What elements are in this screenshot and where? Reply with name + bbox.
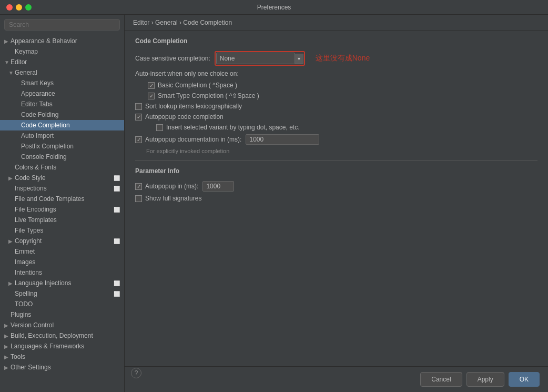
sidebar-item-label: Emmet xyxy=(15,248,120,255)
sidebar-item-smart-keys[interactable]: Smart Keys xyxy=(0,78,124,88)
sidebar-item-label: Other Settings xyxy=(11,364,120,371)
section-title: Code Completion xyxy=(135,37,537,45)
arrow-icon: ▶ xyxy=(4,365,11,370)
sidebar-item-live-templates[interactable]: Live Templates xyxy=(0,215,124,225)
copy-icon: ⬜ xyxy=(114,207,120,213)
insert-variant-checkbox[interactable] xyxy=(156,124,163,131)
sidebar-item-code-completion[interactable]: Code Completion xyxy=(0,120,124,130)
sidebar-item-label: Language Injections xyxy=(15,279,111,287)
sidebar-item-intentions[interactable]: Intentions xyxy=(0,267,124,278)
sidebar-item-label: Smart Keys xyxy=(21,79,120,87)
basic-completion-checkbox[interactable] xyxy=(148,82,155,89)
smart-completion-checkbox[interactable] xyxy=(148,93,155,99)
sidebar-item-images[interactable]: Images xyxy=(0,257,124,267)
sidebar-item-appearance[interactable]: Appearance xyxy=(0,88,124,99)
insert-variant-label: Insert selected variant by typing dot, s… xyxy=(166,124,299,131)
dropdown-arrow-icon: ▾ xyxy=(295,54,303,64)
hint-text: For explicitly invoked completion xyxy=(146,148,537,154)
cancel-button[interactable]: Cancel xyxy=(420,372,462,387)
search-input[interactable] xyxy=(4,19,120,31)
sidebar-item-label: Editor xyxy=(11,58,120,66)
maximize-button[interactable] xyxy=(25,4,32,11)
parameter-info-title: Parameter Info xyxy=(135,167,537,175)
sidebar-item-file-code-templates[interactable]: File and Code Templates xyxy=(0,194,124,204)
show-full-signatures-label: Show full signatures xyxy=(145,195,201,202)
titlebar: Preferences xyxy=(0,0,548,15)
sidebar-item-appearance-behavior[interactable]: ▶ Appearance & Behavior xyxy=(0,36,124,46)
sidebar-item-code-folding[interactable]: Code Folding xyxy=(0,109,124,120)
sidebar-item-file-types[interactable]: File Types xyxy=(0,225,124,236)
arrow-icon: ▶ xyxy=(8,238,15,244)
smart-completion-label: Smart Type Completion ( ^⇧Space ) xyxy=(158,92,259,99)
case-sensitive-row: Case sensitive completion: None All Firs… xyxy=(135,51,537,66)
sort-lookup-label: Sort lookup items lexicographically xyxy=(145,103,242,110)
sidebar-item-languages-frameworks[interactable]: ▶ Languages & Frameworks xyxy=(0,341,124,351)
sidebar-item-label: Plugins xyxy=(11,311,120,318)
sidebar-item-version-control[interactable]: ▶ Version Control xyxy=(0,320,124,330)
arrow-icon: ▶ xyxy=(8,280,15,286)
basic-completion-label: Basic Completion ( ^Space ) xyxy=(158,82,237,89)
autopopup-ms-label: Autopopup in (ms): xyxy=(145,183,198,190)
arrow-icon: ▶ xyxy=(4,344,11,349)
close-button[interactable] xyxy=(6,4,13,11)
sidebar-item-todo[interactable]: TODO xyxy=(0,299,124,309)
sidebar-item-keymap[interactable]: Keymap xyxy=(0,46,124,57)
autopopup-ms-checkbox[interactable] xyxy=(135,183,142,190)
sidebar-item-spelling[interactable]: Spelling ⬜ xyxy=(0,288,124,299)
dropdown-wrapper: None All First letter ▾ xyxy=(215,51,305,66)
sidebar-item-postfix-completion[interactable]: Postfix Completion xyxy=(0,141,124,152)
case-sensitive-dropdown[interactable]: None All First letter xyxy=(216,53,295,64)
sidebar-item-label: General xyxy=(15,69,120,76)
sidebar-item-plugins[interactable]: Plugins xyxy=(0,309,124,320)
sidebar-item-other-settings[interactable]: ▶ Other Settings xyxy=(0,362,124,373)
sidebar-item-language-injections[interactable]: ▶ Language Injections ⬜ xyxy=(0,278,124,288)
autopopup-doc-input[interactable] xyxy=(246,134,319,145)
sidebar-item-file-encodings[interactable]: File Encodings ⬜ xyxy=(0,204,124,215)
sidebar-item-label: Version Control xyxy=(11,321,120,329)
arrow-icon: ▶ xyxy=(4,38,11,44)
autopopup-doc-checkbox[interactable] xyxy=(135,136,142,143)
sidebar-item-label: Copyright xyxy=(15,237,111,245)
autopopup-ms-input[interactable] xyxy=(202,181,234,192)
autopopup-doc-label: Autopopup documentation in (ms): xyxy=(145,136,241,143)
sidebar-item-editor-tabs[interactable]: Editor Tabs xyxy=(0,99,124,109)
copy-icon: ⬜ xyxy=(114,280,120,286)
sidebar-item-console-folding[interactable]: Console Folding xyxy=(0,152,124,162)
sidebar-item-label: Intentions xyxy=(15,269,120,276)
ok-button[interactable]: OK xyxy=(509,372,540,387)
arrow-icon: ▶ xyxy=(4,354,11,360)
sidebar-item-general[interactable]: ▼ General xyxy=(0,67,124,78)
apply-button[interactable]: Apply xyxy=(466,372,504,387)
sidebar-item-auto-import[interactable]: Auto Import xyxy=(0,130,124,141)
sidebar-item-build-execution[interactable]: ▶ Build, Execution, Deployment xyxy=(0,330,124,341)
sidebar-item-label: Tools xyxy=(11,353,120,360)
footer-left: ? xyxy=(125,374,412,385)
autopopup-completion-label: Autopopup code completion xyxy=(145,113,224,120)
sidebar-item-editor[interactable]: ▼ Editor xyxy=(0,57,124,67)
sidebar-item-label: Auto Import xyxy=(21,132,120,139)
autopopup-completion-row: Autopopup code completion xyxy=(135,113,537,120)
sidebar-item-label: Spelling xyxy=(15,290,111,297)
sidebar-item-code-style[interactable]: ▶ Code Style ⬜ xyxy=(0,173,124,183)
sidebar-item-tools[interactable]: ▶ Tools xyxy=(0,351,124,362)
minimize-button[interactable] xyxy=(16,4,22,11)
sort-lookup-checkbox[interactable] xyxy=(135,103,142,110)
sidebar-item-label: Code Completion xyxy=(21,122,120,129)
arrow-icon: ▶ xyxy=(8,175,15,181)
sidebar: ▶ Appearance & Behavior Keymap ▼ Editor … xyxy=(0,15,125,392)
help-button[interactable]: ? xyxy=(131,368,141,378)
auto-insert-label: Auto-insert when only one choice on: xyxy=(135,70,537,77)
sidebar-item-label: Build, Execution, Deployment xyxy=(11,332,120,339)
footer-container: ? Cancel Apply OK xyxy=(125,366,548,392)
sidebar-item-inspections[interactable]: Inspections ⬜ xyxy=(0,183,124,194)
sidebar-item-copyright[interactable]: ▶ Copyright ⬜ xyxy=(0,236,124,246)
arrow-icon: ▼ xyxy=(8,70,15,76)
sidebar-item-emmet[interactable]: Emmet xyxy=(0,246,124,257)
copy-icon: ⬜ xyxy=(114,175,120,181)
show-full-signatures-checkbox[interactable] xyxy=(135,195,142,202)
window-title: Preferences xyxy=(257,4,291,11)
window-controls xyxy=(6,4,32,11)
sidebar-item-colors-fonts[interactable]: Colors & Fonts xyxy=(0,162,124,173)
autopopup-completion-checkbox[interactable] xyxy=(135,114,142,120)
copy-icon: ⬜ xyxy=(114,238,120,244)
